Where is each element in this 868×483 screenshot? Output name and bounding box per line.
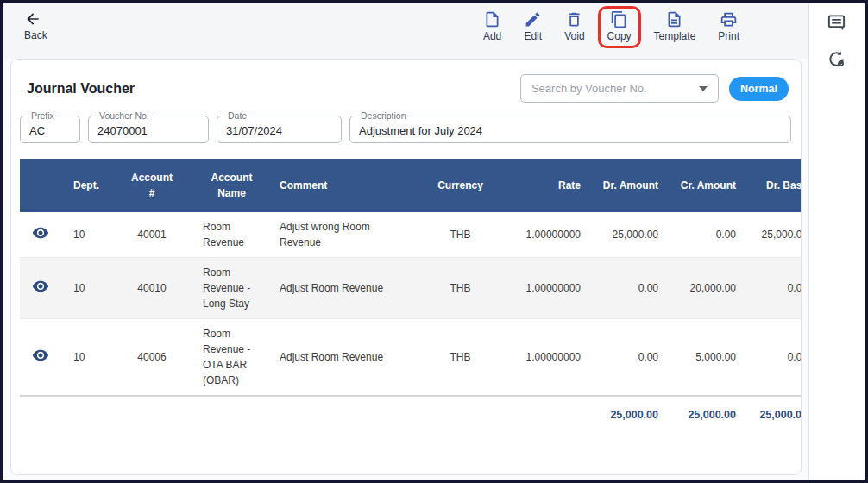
cell-cr-amount: 20,000.00	[665, 258, 743, 319]
cell-account-name: Room Revenue - Long Stay	[191, 258, 273, 319]
void-button[interactable]: Void	[564, 10, 584, 42]
chevron-down-icon	[699, 86, 708, 91]
col-dr-base: Dr. Base	[743, 159, 802, 212]
description-input[interactable]	[350, 116, 790, 142]
void-label: Void	[564, 30, 584, 42]
table-header-row: Dept. Account # Account Name Comment Cur…	[20, 159, 802, 212]
add-button[interactable]: Add	[483, 10, 501, 42]
total-dr-amount: 25,000.00	[588, 396, 665, 432]
copy-label: Copy	[607, 30, 632, 42]
right-side-panel	[808, 3, 865, 480]
action-toolbar: Add Edit Void Copy	[483, 10, 739, 42]
cell-comment: Adjust Room Revenue	[273, 258, 419, 319]
back-button[interactable]: Back	[24, 10, 47, 41]
cell-dr-amount: 25,000.00	[588, 212, 665, 258]
cell-dr-base: 0.00	[743, 319, 802, 397]
cell-account-name: Room Revenue	[191, 212, 273, 258]
card-header: Journal Voucher Search by Voucher No. No…	[11, 60, 801, 110]
add-label: Add	[483, 30, 501, 42]
top-toolbar: Back Add Edit Void	[3, 3, 808, 59]
trash-icon	[565, 10, 583, 28]
date-field[interactable]: Date	[217, 116, 342, 143]
cell-cr-amount: 5,000.00	[665, 319, 743, 397]
back-arrow-icon	[24, 10, 41, 28]
col-rate: Rate	[501, 159, 588, 212]
prefix-field[interactable]: Prefix	[20, 116, 80, 143]
prefix-label: Prefix	[28, 110, 58, 121]
cell-comment: Adjust wrong Room Revenue	[273, 212, 419, 258]
cell-rate: 1.00000000	[501, 258, 588, 319]
cell-account-no: 40006	[113, 319, 191, 397]
cell-account-no: 40001	[113, 212, 191, 258]
total-cr-amount: 25,000.00	[665, 396, 743, 432]
cell-account-no: 40010	[113, 258, 191, 319]
col-view	[20, 159, 61, 212]
cell-rate: 1.00000000	[501, 212, 588, 258]
table-row: 10 40006 Room Revenue - OTA BAR (OBAR) A…	[20, 319, 802, 397]
print-button[interactable]: Print	[718, 10, 739, 42]
voucher-search-select[interactable]: Search by Voucher No.	[520, 74, 719, 103]
voucher-search-placeholder: Search by Voucher No.	[521, 82, 699, 95]
view-row-button[interactable]	[32, 347, 49, 364]
col-account-name: Account Name	[191, 159, 273, 212]
col-comment: Comment	[273, 159, 419, 212]
cell-dr-base: 0.00	[743, 258, 802, 319]
copy-button-highlighted[interactable]: Copy	[598, 6, 641, 48]
eye-icon	[32, 224, 49, 242]
cell-dept: 10	[61, 258, 113, 319]
copy-icon	[610, 10, 628, 28]
app-window: Back Add Edit Void	[0, 0, 868, 483]
back-label: Back	[24, 29, 47, 41]
voucher-no-label: Voucher No.	[96, 110, 153, 121]
journal-voucher-card: Journal Voucher Search by Voucher No. No…	[10, 59, 802, 475]
col-cr-amount: Cr. Amount	[665, 159, 743, 212]
table-row: 10 40010 Room Revenue - Long Stay Adjust…	[20, 258, 802, 319]
print-label: Print	[718, 30, 739, 42]
comment-icon[interactable]	[827, 13, 846, 36]
cell-dept: 10	[61, 212, 113, 258]
cell-comment: Adjust Room Revenue	[273, 319, 419, 397]
cell-currency: THB	[419, 319, 501, 397]
edit-label: Edit	[524, 30, 542, 42]
cell-dr-base: 25,000.00	[743, 212, 802, 258]
totals-row: 25,000.00 25,000.00 25,000.00	[20, 396, 802, 432]
eye-icon	[32, 278, 49, 295]
table-row: 10 40001 Room Revenue Adjust wrong Room …	[20, 212, 802, 258]
description-field[interactable]: Description	[349, 116, 791, 143]
eye-icon	[32, 347, 49, 364]
template-button[interactable]: Template	[654, 10, 696, 42]
view-row-button[interactable]	[32, 278, 49, 295]
cell-cr-amount: 0.00	[665, 212, 743, 258]
voucher-no-field[interactable]: Voucher No.	[88, 116, 209, 143]
voucher-lines-table: Dept. Account # Account Name Comment Cur…	[20, 159, 802, 432]
edit-button[interactable]: Edit	[524, 10, 542, 42]
cell-dr-amount: 0.00	[588, 319, 665, 397]
col-currency: Currency	[419, 159, 501, 212]
total-dr-base: 25,000.00	[743, 396, 802, 432]
cell-dr-amount: 0.00	[588, 258, 665, 319]
view-row-button[interactable]	[32, 224, 49, 242]
printer-icon	[720, 10, 738, 28]
add-document-icon	[483, 10, 501, 28]
template-label: Template	[654, 30, 696, 42]
template-document-icon	[665, 10, 683, 28]
page-title: Journal Voucher	[27, 81, 135, 97]
col-dept: Dept.	[61, 159, 113, 212]
status-normal-button[interactable]: Normal	[729, 77, 789, 101]
col-account-no: Account #	[113, 159, 191, 212]
cell-currency: THB	[419, 212, 501, 258]
cell-dept: 10	[61, 319, 113, 397]
sync-settings-icon[interactable]	[827, 49, 846, 72]
date-label: Date	[224, 110, 250, 121]
description-label: Description	[357, 110, 410, 121]
cell-rate: 1.00000000	[501, 319, 588, 397]
pencil-icon	[524, 10, 542, 28]
cell-currency: THB	[419, 258, 501, 319]
col-dr-amount: Dr. Amount	[588, 159, 665, 212]
cell-account-name: Room Revenue - OTA BAR (OBAR)	[191, 319, 273, 397]
voucher-form: Prefix Voucher No. Date Description	[11, 110, 801, 143]
